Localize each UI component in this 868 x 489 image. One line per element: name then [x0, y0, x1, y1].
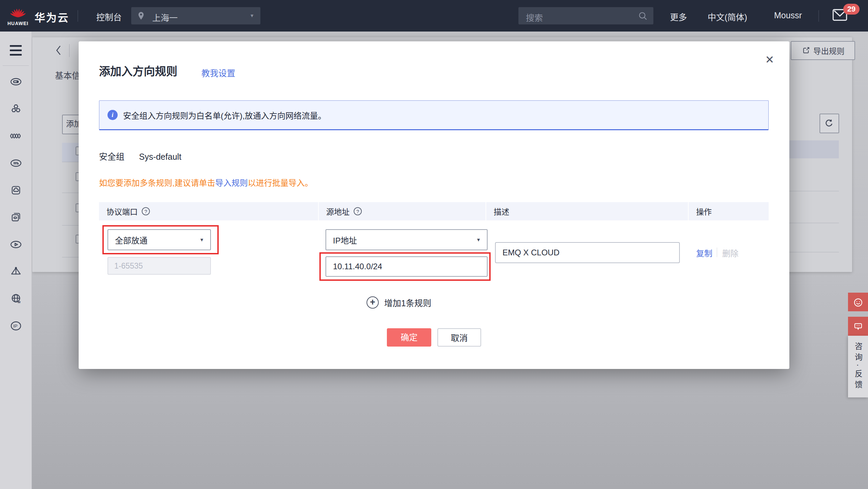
sidebar-divider — [3, 65, 29, 66]
export-rules-button[interactable]: 导出规则 — [791, 41, 855, 60]
close-icon[interactable]: ✕ — [762, 52, 777, 67]
info-banner-text: 安全组入方向规则为白名单(允许),放通入方向网络流量。 — [123, 109, 326, 121]
row-divider — [62, 193, 79, 193]
topbar-divider — [78, 10, 78, 22]
source-ip-input[interactable] — [326, 256, 488, 277]
sidebar-item-app[interactable] — [9, 184, 22, 197]
add-one-rule-button[interactable]: + 增加1条规则 — [367, 296, 431, 309]
top-navbar: HUAWEI 华为云 控制台 上海一 ▼ 搜索 更多 中文(简体) Moussr — [0, 0, 868, 32]
message-count-badge: 29 — [843, 4, 860, 15]
notice-suffix: 以进行批量导入。 — [248, 178, 313, 188]
sidebar-item-images[interactable] — [9, 211, 22, 224]
globe-w-icon: w — [9, 292, 22, 305]
sidebar-item-cloud-media[interactable] — [9, 238, 22, 251]
svg-text:IP: IP — [13, 324, 18, 329]
sidebar-item-pipeline[interactable] — [9, 130, 22, 142]
export-icon — [802, 46, 810, 55]
source-type-value: IP地址 — [333, 234, 357, 246]
add-one-rule-label: 增加1条规则 — [384, 296, 431, 309]
confirm-button[interactable]: 确定 — [387, 328, 431, 347]
copy-rule-link[interactable]: 复制 — [696, 247, 712, 259]
language-selector[interactable]: 中文(简体) — [708, 11, 747, 23]
console-link[interactable]: 控制台 — [96, 11, 122, 23]
info-icon: i — [107, 110, 118, 120]
back-button[interactable] — [54, 44, 63, 57]
rule-table-header: 协议端口 ? 源地址 ? 描述 操作 — [99, 202, 769, 220]
help-icon[interactable]: ? — [142, 207, 150, 215]
row-divider — [62, 257, 79, 257]
add-inbound-rule-dialog: ✕ 添加入方向规则 教我设置 i 安全组入方向规则为白名单(允许),放通入方向网… — [79, 41, 789, 369]
delete-rule-link[interactable]: 删除 — [722, 247, 738, 259]
column-description: 描述 — [486, 202, 688, 220]
pyramid-icon — [9, 265, 22, 278]
cloud-dashboard-icon — [9, 157, 22, 170]
more-menu[interactable]: 更多 — [670, 11, 687, 23]
screen: HUAWEI 华为云 控制台 上海一 ▼ 搜索 更多 中文(简体) Moussr — [0, 0, 868, 489]
app-box-cloud-icon — [9, 184, 22, 197]
chevron-down-icon: ▼ — [476, 237, 481, 242]
column-protocol-port: 协议端口 ? — [99, 202, 318, 220]
cloud-server-icon — [9, 75, 22, 88]
huawei-fan-icon — [9, 3, 27, 19]
left-sidebar: w IP — [0, 32, 32, 489]
image-copies-icon — [9, 211, 22, 224]
chat-support-button[interactable] — [848, 317, 868, 336]
huawei-logo-text: HUAWEI — [7, 21, 29, 26]
background-divider — [69, 44, 70, 57]
security-group-row: 安全组 Sys-default — [99, 150, 181, 162]
search-placeholder: 搜索 — [526, 11, 543, 23]
sidebar-item-cluster[interactable] — [9, 102, 22, 115]
consult-feedback-label: 咨询·反馈 — [852, 342, 864, 391]
column-source: 源地址 ? — [319, 202, 486, 220]
batch-import-notice: 如您要添加多条规则,建议请单击导入规则以进行批量导入。 — [99, 176, 313, 188]
source-type-select[interactable]: IP地址 ▼ — [326, 229, 488, 250]
username-menu[interactable]: Moussr — [774, 11, 802, 20]
row-divider — [62, 225, 79, 226]
import-rules-link[interactable]: 导入规则 — [215, 178, 248, 188]
help-icon[interactable]: ? — [354, 207, 362, 215]
port-range-input[interactable] — [107, 257, 211, 275]
ip-circle-icon: IP — [9, 319, 22, 332]
refresh-icon — [824, 118, 834, 128]
security-group-label: 安全组 — [99, 152, 124, 161]
protocol-select-value: 全部放通 — [115, 234, 147, 246]
dialog-title: 添加入方向规则 — [99, 62, 177, 79]
notice-prefix: 如您要添加多条规则,建议请单击 — [99, 178, 215, 188]
cancel-button[interactable]: 取消 — [437, 328, 481, 347]
chevron-down-icon: ▼ — [250, 13, 254, 18]
background-tab-basic-info[interactable]: 基本信 — [55, 69, 80, 81]
info-banner: i 安全组入方向规则为白名单(允许),放通入方向网络流量。 — [99, 100, 769, 130]
search-icon — [638, 11, 648, 21]
waves-icon — [9, 130, 22, 142]
svg-text:w: w — [17, 300, 21, 304]
sidebar-item-global-web[interactable]: w — [9, 292, 22, 305]
sidebar-item-cloud-console[interactable] — [9, 157, 22, 170]
search-input[interactable]: 搜索 — [518, 7, 653, 24]
column-operation: 操作 — [689, 202, 769, 220]
chevron-down-icon: ▼ — [199, 237, 204, 242]
export-button-label: 导出规则 — [813, 45, 845, 56]
brand-title[interactable]: 华为云 — [35, 9, 69, 24]
hamburger-menu-icon[interactable] — [10, 45, 22, 56]
topbar-divider — [818, 10, 819, 22]
sidebar-item-ip[interactable]: IP — [9, 319, 22, 332]
satisfaction-survey-button[interactable] — [848, 293, 868, 311]
smiley-icon — [852, 297, 864, 308]
teach-me-link[interactable]: 教我设置 — [201, 66, 235, 79]
plus-circle-icon: + — [367, 296, 379, 309]
security-group-value: Sys-default — [139, 152, 181, 161]
hexagon-cluster-icon — [9, 102, 22, 115]
action-divider — [717, 248, 717, 257]
sidebar-item-cloud-server[interactable] — [9, 75, 22, 88]
region-label: 上海一 — [152, 11, 178, 23]
sidebar-item-graph[interactable] — [9, 265, 22, 278]
description-input[interactable] — [495, 242, 680, 263]
protocol-select[interactable]: 全部放通 ▼ — [107, 229, 211, 250]
region-selector[interactable]: 上海一 ▼ — [131, 7, 260, 24]
cloud-play-icon — [9, 238, 22, 251]
chat-bubble-icon — [852, 321, 864, 332]
huawei-logo[interactable]: HUAWEI — [7, 3, 29, 28]
refresh-button[interactable] — [820, 114, 839, 133]
consult-feedback-tab[interactable]: 咨询·反馈 — [848, 336, 868, 397]
row-divider — [62, 162, 79, 162]
